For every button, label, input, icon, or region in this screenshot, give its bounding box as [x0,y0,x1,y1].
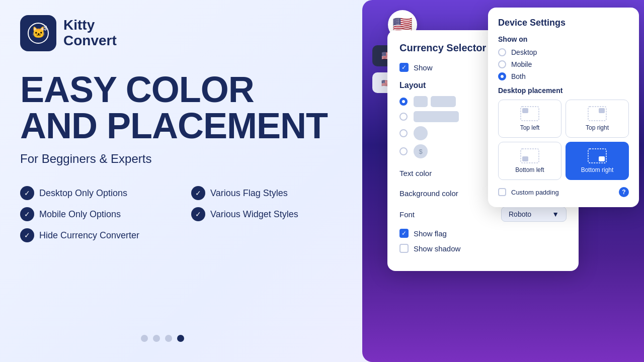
top-right-icon [588,106,607,121]
feature-hide-converter: ✓ Hide Currency Converter [20,228,181,242]
svg-rect-10 [599,156,605,161]
radio-desktop-label: Desktop [511,48,537,56]
show-shadow-label: Show shadow [414,244,460,253]
bg-color-label: Background color [399,189,458,198]
feature-widget-styles: ✓ Various Widget Styles [191,207,352,221]
logo-text: Kitty Convert [63,18,117,49]
radio-both-label: Both [511,72,526,80]
show-on-label: Show on [498,35,629,43]
feature-flag-styles: ✓ Various Flag Styles [191,186,352,200]
svg-rect-4 [522,108,528,113]
dot-2[interactable] [153,335,160,342]
lp-rect-full [414,111,459,122]
option-both[interactable]: Both [498,72,629,80]
dot-1[interactable] [141,335,148,342]
radio-mobile[interactable] [498,60,506,68]
chevron-down-icon: ▼ [552,210,559,218]
custom-padding-row: Custom padding ? [498,187,629,197]
font-select[interactable]: Roboto ▼ [501,207,567,222]
bottom-left-label: Bottom left [515,166,544,173]
svg-rect-8 [522,156,528,161]
radio-mobile-label: Mobile [511,60,532,68]
placement-label: Desktop placement [498,86,629,95]
font-label: Font [399,210,415,219]
bottom-right-label: Bottom right [581,166,614,173]
option-desktop[interactable]: Desktop [498,48,629,56]
placement-bottom-right[interactable]: Bottom right [566,142,629,180]
info-icon[interactable]: ? [619,187,629,197]
option-mobile[interactable]: Mobile [498,60,629,68]
left-section: 🐱 $ Kitty Convert EASY COLOR AND PLACEME… [0,0,372,362]
text-color-label: Text color [399,169,432,177]
top-left-label: Top left [520,124,540,131]
check-icon-4: ✓ [191,207,205,221]
custom-padding-checkbox[interactable] [498,188,506,196]
show-checkbox[interactable]: ✓ [399,63,409,72]
feature-mobile-only: ✓ Mobile Only Options [20,207,181,221]
top-right-label: Top right [586,124,609,131]
svg-text:$: $ [44,25,47,32]
check-icon-3: ✓ [20,207,34,221]
show-shadow-checkbox[interactable] [399,244,409,253]
features-grid: ✓ Desktop Only Options ✓ Various Flag St… [20,186,352,242]
hero-title: EASY COLOR AND PLACEMENT [20,71,352,144]
layout-radio-3[interactable] [399,129,408,137]
show-flag-checkbox[interactable]: ✓ [399,229,409,238]
placement-top-left[interactable]: Top left [498,100,561,138]
show-label: Show [414,63,433,72]
layout-radio-4[interactable] [399,147,408,155]
radio-both[interactable] [498,72,506,80]
logo-icon: 🐱 $ [20,15,56,51]
logo-area: 🐱 $ Kitty Convert [20,15,352,51]
show-flag-label: Show flag [414,229,447,238]
radio-desktop[interactable] [498,48,506,56]
show-shadow-row: Show shadow [399,244,567,253]
layout-preview-1 [414,96,456,107]
font-row: Font Roboto ▼ [399,207,567,222]
lp-rect-md [431,96,456,107]
layout-preview-2 [414,111,459,122]
pagination-dots [141,335,184,342]
layout-radio-1[interactable] [399,98,408,106]
dot-3[interactable] [165,335,172,342]
lp-circle [414,126,428,140]
device-settings-title: Device Settings [498,18,629,28]
check-icon-1: ✓ [20,186,34,200]
bottom-left-icon [520,148,539,163]
lp-rect-sm [414,96,428,107]
show-flag-row: ✓ Show flag [399,229,567,238]
device-settings-panel: Device Settings Show on Desktop Mobile B… [488,8,639,207]
top-left-icon [520,106,539,121]
bottom-right-icon [588,148,607,163]
custom-padding-label: Custom padding [511,189,559,196]
check-icon-5: ✓ [20,228,34,242]
lp-dollar: $ [414,144,428,158]
placement-grid: Top left Top right Bottom left Bottom ri… [498,100,629,180]
placement-top-right[interactable]: Top right [566,100,629,138]
dot-4-active[interactable] [177,335,184,342]
layout-radio-2[interactable] [399,113,408,121]
check-icon-2: ✓ [191,186,205,200]
hero-subtitle: For Begginers & Experts [20,152,352,166]
svg-rect-6 [599,108,605,113]
feature-desktop-only: ✓ Desktop Only Options [20,186,181,200]
placement-bottom-left[interactable]: Bottom left [498,142,561,180]
